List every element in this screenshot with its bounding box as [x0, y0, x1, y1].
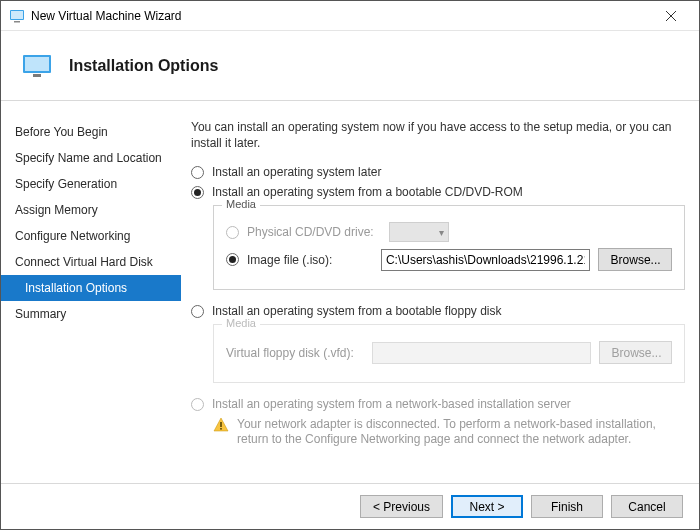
wizard-window: New Virtual Machine Wizard Installation …: [0, 0, 700, 530]
sidebar-item-connect-vhd[interactable]: Connect Virtual Hard Disk: [1, 249, 181, 275]
radio-install-network: [191, 398, 204, 411]
page-title: Installation Options: [69, 57, 218, 75]
browse-iso-button[interactable]: Browse...: [598, 248, 672, 271]
warning-icon: [213, 417, 229, 433]
browse-vfd-button: Browse...: [599, 341, 672, 364]
monitor-icon: [21, 54, 53, 78]
previous-button[interactable]: < Previous: [360, 495, 443, 518]
radio-image-file[interactable]: [226, 253, 239, 266]
image-file-label: Image file (.iso):: [247, 253, 373, 267]
vfd-label: Virtual floppy disk (.vfd):: [226, 346, 364, 360]
radio-install-later-label: Install an operating system later: [212, 165, 381, 179]
physical-drive-label: Physical CD/DVD drive:: [247, 225, 377, 239]
finish-button[interactable]: Finish: [531, 495, 603, 518]
option-install-later[interactable]: Install an operating system later: [191, 165, 685, 179]
svg-rect-6: [25, 57, 49, 71]
svg-rect-10: [220, 428, 222, 430]
option-install-floppy[interactable]: Install an operating system from a boota…: [191, 304, 685, 318]
svg-rect-1: [11, 11, 23, 19]
option-install-cd[interactable]: Install an operating system from a boota…: [191, 185, 685, 199]
close-icon: [666, 11, 676, 21]
app-icon: [9, 8, 25, 24]
svg-rect-9: [220, 422, 222, 427]
radio-install-floppy[interactable]: [191, 305, 204, 318]
wizard-header: Installation Options: [1, 31, 699, 101]
radio-install-network-label: Install an operating system from a netwo…: [212, 397, 571, 411]
wizard-footer: < Previous Next > Finish Cancel: [1, 483, 699, 529]
radio-install-later[interactable]: [191, 166, 204, 179]
media-fieldset-cd: Media Physical CD/DVD drive: ▾ Image fil…: [213, 205, 685, 290]
radio-install-cd-label: Install an operating system from a boota…: [212, 185, 523, 199]
sidebar-item-summary[interactable]: Summary: [1, 301, 181, 327]
physical-drive-select: ▾: [389, 222, 449, 242]
radio-install-floppy-label: Install an operating system from a boota…: [212, 304, 502, 318]
chevron-down-icon: ▾: [439, 227, 444, 238]
svg-rect-2: [14, 21, 20, 23]
network-warning-text: Your network adapter is disconnected. To…: [237, 417, 685, 447]
content-pane: You can install an operating system now …: [181, 101, 699, 483]
next-button[interactable]: Next >: [451, 495, 523, 518]
sidebar-item-assign-memory[interactable]: Assign Memory: [1, 197, 181, 223]
close-button[interactable]: [651, 2, 691, 30]
network-warning: Your network adapter is disconnected. To…: [213, 417, 685, 447]
vfd-path-input: [372, 342, 591, 364]
sidebar-item-before-you-begin[interactable]: Before You Begin: [1, 119, 181, 145]
radio-install-cd[interactable]: [191, 186, 204, 199]
wizard-body: Before You Begin Specify Name and Locati…: [1, 101, 699, 483]
sidebar-item-specify-generation[interactable]: Specify Generation: [1, 171, 181, 197]
radio-physical-drive: [226, 226, 239, 239]
sidebar-item-installation-options[interactable]: Installation Options: [1, 275, 181, 301]
sidebar: Before You Begin Specify Name and Locati…: [1, 101, 181, 483]
intro-text: You can install an operating system now …: [191, 119, 685, 151]
media-fieldset-floppy: Media Virtual floppy disk (.vfd): Browse…: [213, 324, 685, 383]
media-legend: Media: [222, 198, 260, 210]
svg-rect-7: [33, 74, 41, 77]
iso-path-input[interactable]: [381, 249, 590, 271]
sidebar-item-configure-networking[interactable]: Configure Networking: [1, 223, 181, 249]
titlebar: New Virtual Machine Wizard: [1, 1, 699, 31]
window-title: New Virtual Machine Wizard: [31, 9, 651, 23]
cancel-button[interactable]: Cancel: [611, 495, 683, 518]
media-legend-floppy: Media: [222, 317, 260, 329]
option-install-network: Install an operating system from a netwo…: [191, 397, 685, 411]
sidebar-item-specify-name[interactable]: Specify Name and Location: [1, 145, 181, 171]
